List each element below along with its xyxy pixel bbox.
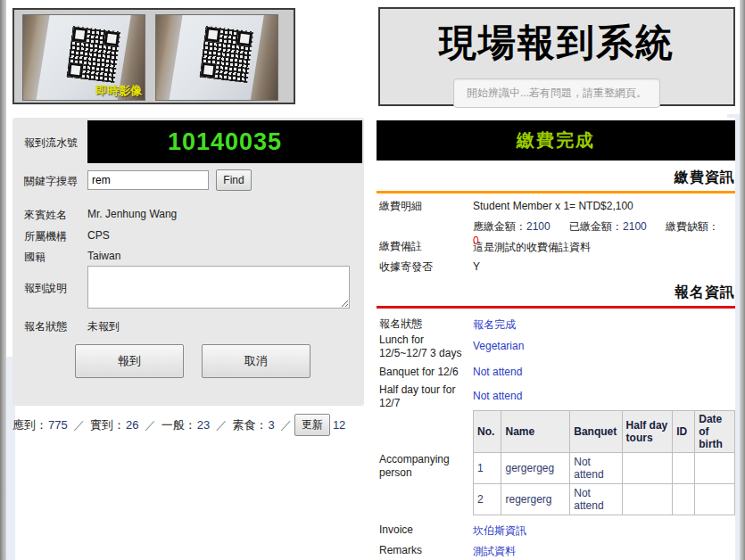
cell-half bbox=[622, 453, 673, 484]
tour-choice-link[interactable]: Not attend bbox=[473, 390, 522, 402]
cell-no: 1 bbox=[474, 453, 501, 484]
cell-id bbox=[673, 453, 695, 484]
payment-note-label: 繳費備註 bbox=[379, 240, 471, 253]
col-half-day-tours: Half day tours bbox=[622, 411, 673, 453]
nationality-label: 國籍 bbox=[24, 250, 46, 265]
page-title: 現場報到系統 bbox=[380, 18, 733, 68]
invoice-link[interactable]: 坎伯斯資訊 bbox=[473, 523, 526, 539]
tour-label: Half day tour for 12/7 bbox=[379, 383, 471, 410]
cell-name: gergergeg bbox=[501, 453, 570, 484]
attendance-stats: 應到：775 ／ 實到：26 ／ 一般：23 ／ 素食：3 ／ 晚宴：12 更新 bbox=[12, 417, 369, 433]
nationality-value: Taiwan bbox=[87, 250, 120, 262]
stat-separator: ／ bbox=[73, 418, 85, 432]
stat-label: 一般： bbox=[161, 418, 196, 432]
cell-no: 2 bbox=[474, 484, 501, 515]
guest-name-label: 來賓姓名 bbox=[24, 208, 67, 223]
amount-due-label: 應繳金額： bbox=[473, 220, 526, 233]
stat-label: 實到： bbox=[90, 418, 125, 432]
invoice-label: Invoice bbox=[379, 523, 471, 537]
camera-panel: 即時影像 bbox=[12, 8, 295, 104]
guest-name-value: Mr. Jenhung Wang bbox=[87, 208, 177, 220]
payment-note-value: 這是測試的收費備註資料 bbox=[473, 240, 591, 255]
find-button[interactable]: Find bbox=[216, 169, 252, 191]
stat-separator: ／ bbox=[216, 418, 228, 432]
stat-value: 23 bbox=[197, 418, 210, 432]
camera-feed-live: 即時影像 bbox=[22, 14, 145, 101]
cancel-button[interactable]: 取消 bbox=[202, 344, 310, 378]
payment-detail-value: Student Member x 1= NTD$2,100 bbox=[473, 200, 633, 212]
reg-status-link[interactable]: 報名完成 bbox=[473, 317, 516, 333]
window-edge-right bbox=[740, 0, 745, 560]
stat-value: 775 bbox=[48, 418, 68, 432]
cell-banquet: Not attend bbox=[570, 484, 622, 515]
payment-section-title: 繳費資訊 bbox=[377, 169, 735, 194]
window-edge-left bbox=[0, 0, 6, 560]
cell-half bbox=[622, 484, 673, 515]
title-panel: 現場報到系統 開始辨識中...若有問題，請重整網頁。 bbox=[378, 7, 735, 106]
checkin-note-textarea[interactable] bbox=[87, 266, 350, 309]
checkin-panel: 報到流水號 10140035 關鍵字搜尋 Find 來賓姓名 Mr. Jenhu… bbox=[12, 118, 364, 406]
serial-number: 10140035 bbox=[168, 128, 282, 155]
organization-value: CPS bbox=[87, 229, 110, 242]
organization-label: 所屬機構 bbox=[24, 229, 67, 244]
remarks-link[interactable]: 測試資料 bbox=[473, 544, 516, 559]
receipt-sent-label: 收據寄發否 bbox=[379, 260, 471, 274]
cell-dob bbox=[695, 484, 735, 515]
stat-label: 素食： bbox=[232, 418, 267, 432]
table-row: 2 regergerg Not attend bbox=[474, 484, 735, 515]
keyword-search-label: 關鍵字搜尋 bbox=[24, 174, 78, 189]
registration-status-value: 未報到 bbox=[87, 319, 120, 334]
checkin-button[interactable]: 報到 bbox=[75, 344, 184, 378]
lunch-label: Lunch for 12/5~12/7 3 days bbox=[379, 334, 471, 360]
checkin-note-label: 報到說明 bbox=[24, 281, 67, 296]
col-banquet: Banquet bbox=[570, 411, 622, 453]
cell-name: regergerg bbox=[501, 484, 570, 515]
banquet-label: Banquet for 12/6 bbox=[379, 366, 471, 379]
keyword-search-input[interactable] bbox=[87, 170, 209, 190]
stat-separator: ／ bbox=[145, 418, 156, 432]
cell-id bbox=[673, 484, 695, 515]
reg-status-label: 報名狀態 bbox=[379, 317, 471, 331]
cell-dob bbox=[695, 453, 735, 484]
serial-display: 10140035 bbox=[87, 120, 362, 163]
receipt-sent-value: Y bbox=[473, 260, 480, 273]
camera-feed-snapshot bbox=[155, 14, 278, 101]
recognition-status-message: 開始辨識中...若有問題，請重整網頁。 bbox=[453, 78, 660, 108]
amount-paid-value: 2100 bbox=[623, 220, 647, 233]
amount-paid-label: 已繳金額： bbox=[569, 220, 623, 233]
info-panel: 繳費完成 繳費資訊 繳費明細 Student Member x 1= NTD$2… bbox=[377, 118, 735, 560]
registration-section-title: 報名資訊 bbox=[377, 284, 735, 309]
payment-detail-label: 繳費明細 bbox=[379, 200, 471, 213]
col-id: ID bbox=[673, 411, 695, 453]
qr-code-image bbox=[199, 26, 253, 83]
banquet-choice-link[interactable]: Not attend bbox=[473, 366, 522, 378]
stat-separator: ／ bbox=[280, 418, 292, 432]
amount-due-value: 2100 bbox=[526, 220, 550, 233]
accompanying-label: Accompanying person bbox=[379, 453, 471, 480]
col-date-of-birth: Date of birth bbox=[695, 411, 735, 453]
live-video-label: 即時影像 bbox=[95, 83, 142, 99]
lunch-choice-link[interactable]: Vegetarian bbox=[473, 340, 524, 352]
serial-label: 報到流水號 bbox=[24, 136, 78, 151]
registration-status-label: 報名狀態 bbox=[24, 319, 67, 334]
table-row: 1 gergergeg Not attend bbox=[474, 453, 735, 484]
stat-value: 3 bbox=[268, 418, 274, 432]
amount-deficit-label: 繳費缺額： bbox=[666, 220, 719, 233]
payment-complete-banner: 繳費完成 bbox=[377, 120, 735, 161]
table-header-row: No. Name Banquet Half day tours ID Date … bbox=[474, 411, 735, 453]
accompanying-person-table: No. Name Banquet Half day tours ID Date … bbox=[473, 410, 735, 515]
stat-value: 12 bbox=[333, 418, 345, 432]
stat-value: 26 bbox=[126, 418, 138, 432]
remarks-label: Remarks bbox=[379, 544, 471, 557]
qr-code-image bbox=[66, 26, 120, 83]
refresh-button[interactable]: 更新 bbox=[294, 414, 330, 436]
payment-complete-text: 繳費完成 bbox=[517, 130, 595, 150]
cell-banquet: Not attend bbox=[570, 453, 622, 484]
col-name: Name bbox=[501, 411, 570, 453]
stat-label: 應到： bbox=[12, 418, 47, 432]
col-no: No. bbox=[474, 411, 501, 453]
